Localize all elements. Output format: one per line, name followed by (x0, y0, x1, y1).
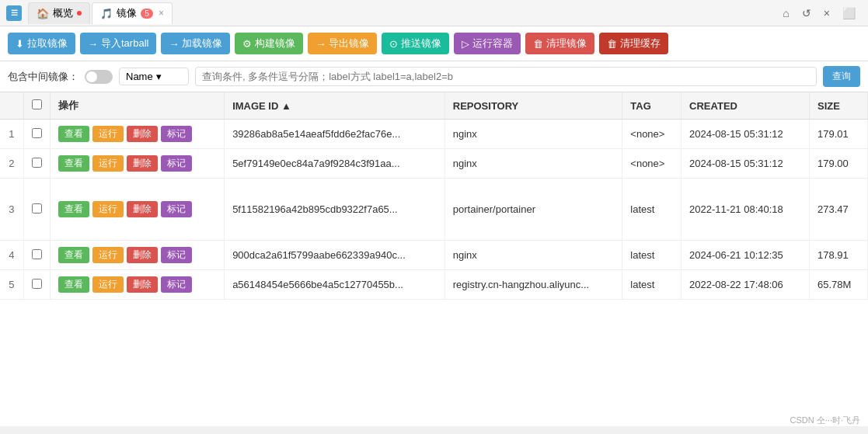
image-id-cell: 5ef79149e0ec84a7a9f9284c3f91aa... (225, 149, 445, 179)
table-row: 3查看运行删除标记5f11582196a42b895cdb9322f7a65..… (0, 179, 868, 241)
row-actions: 查看运行删除标记 (50, 149, 225, 179)
clean-cache-button[interactable]: 🗑 清理缓存 (599, 33, 668, 54)
col-actions: 操作 (50, 92, 225, 120)
overview-dot (77, 11, 82, 16)
view-button[interactable]: 查看 (58, 126, 89, 142)
chevron-down-icon: ▾ (156, 71, 162, 82)
col-tag: TAG (622, 92, 682, 120)
pull-button[interactable]: ⬇ 拉取镜像 (8, 33, 75, 54)
run-button[interactable]: 运行 (92, 201, 124, 217)
created-cell: 2024-06-21 10:12:35 (682, 241, 810, 270)
filter-select[interactable]: Name ▾ (119, 68, 189, 85)
col-repository: REPOSITORY (444, 92, 622, 120)
created-cell: 2024-08-15 05:31:12 (682, 149, 810, 179)
home-control[interactable]: ⌂ (779, 7, 792, 19)
col-image-id[interactable]: IMAGE ID ▲ (225, 92, 445, 120)
delete-button[interactable]: 删除 (127, 126, 158, 142)
watermark: CSDN 仝···时·飞丹 (790, 415, 860, 426)
toolbar: ⬇ 拉取镜像 → 导入tarball → 加载镜像 ⚙ 构建镜像 → 导出镜像 … (0, 26, 868, 61)
row-actions: 查看运行删除标记 (50, 241, 225, 270)
import-icon: → (88, 38, 98, 50)
table-row: 5查看运行删除标记a56148454e5666be4a5c12770455b..… (0, 270, 868, 300)
row-checkbox[interactable] (32, 203, 42, 214)
created-cell: 2024-08-15 05:31:12 (682, 120, 810, 149)
created-cell: 2022-08-22 17:48:06 (682, 270, 810, 300)
tab-images[interactable]: 🎵 镜像 5 × (92, 2, 173, 24)
row-checkbox[interactable] (32, 128, 42, 138)
delete-button[interactable]: 删除 (127, 276, 158, 293)
tag-button[interactable]: 标记 (161, 126, 192, 142)
run-container-button[interactable]: ▷ 运行容器 (454, 33, 521, 54)
view-button[interactable]: 查看 (58, 276, 89, 293)
tag-button[interactable]: 标记 (161, 155, 192, 172)
tab-images-label: 镜像 (117, 6, 137, 20)
row-checkbox[interactable] (32, 249, 42, 259)
app-logo: ☰ (6, 5, 22, 21)
tab-images-close[interactable]: × (159, 8, 164, 19)
delete-button[interactable]: 删除 (127, 155, 158, 172)
created-cell: 2022-11-21 08:40:18 (682, 179, 810, 241)
export-button[interactable]: → 导出镜像 (308, 33, 377, 54)
tab-overview-label: 概览 (53, 6, 73, 20)
row-actions: 查看运行删除标记 (50, 179, 225, 241)
repository-cell: portainer/portainer (444, 179, 622, 241)
view-button[interactable]: 查看 (58, 247, 89, 263)
row-number: 5 (0, 270, 23, 300)
run-button[interactable]: 运行 (92, 276, 124, 293)
search-input[interactable] (195, 67, 817, 86)
search-button[interactable]: 查询 (823, 66, 860, 87)
run-icon: ▷ (462, 38, 469, 50)
run-button[interactable]: 运行 (92, 247, 124, 263)
load-button[interactable]: → 加载镜像 (161, 33, 230, 54)
select-all-checkbox[interactable] (32, 99, 42, 109)
row-checkbox-cell[interactable] (23, 179, 50, 241)
table-body: 1查看运行删除标记39286ab8a5e14aeaf5fdd6e2fac76e.… (0, 120, 868, 300)
minimize-control[interactable]: ⬜ (839, 7, 859, 19)
title-bar: ☰ 🏠 概览 🎵 镜像 5 × ⌂ ↺ × ⬜ (0, 0, 868, 26)
delete-button[interactable]: 删除 (127, 201, 158, 217)
tab-overview-icon: 🏠 (37, 8, 49, 19)
tag-button[interactable]: 标记 (161, 247, 192, 263)
row-checkbox[interactable] (32, 158, 42, 168)
tag-button[interactable]: 标记 (161, 276, 192, 293)
row-number: 3 (0, 179, 23, 241)
clean-images-button[interactable]: 🗑 清理镜像 (525, 33, 594, 54)
row-checkbox-cell[interactable] (23, 241, 50, 270)
build-button[interactable]: ⚙ 构建镜像 (235, 33, 303, 54)
col-size: SIZE (810, 92, 868, 120)
repository-cell: nginx (444, 149, 622, 179)
intermediate-toggle[interactable] (85, 70, 113, 84)
import-tarball-button[interactable]: → 导入tarball (80, 33, 156, 54)
table-header-row: 操作 IMAGE ID ▲ REPOSITORY TAG CREATED SIZ… (0, 92, 868, 120)
row-actions: 查看运行删除标记 (50, 270, 225, 300)
tab-images-icon: 🎵 (100, 8, 113, 19)
run-button[interactable]: 运行 (92, 126, 124, 142)
size-cell: 178.91 (810, 241, 868, 270)
images-table-container: 操作 IMAGE ID ▲ REPOSITORY TAG CREATED SIZ… (0, 92, 868, 426)
image-id-cell: 39286ab8a5e14aeaf5fdd6e2fac76e... (225, 120, 445, 149)
row-number: 2 (0, 149, 23, 179)
size-cell: 179.01 (810, 120, 868, 149)
view-button[interactable]: 查看 (58, 155, 89, 172)
tab-overview[interactable]: 🏠 概览 (28, 2, 90, 24)
close-control[interactable]: × (821, 7, 833, 19)
tag-button[interactable]: 标记 (161, 201, 192, 217)
row-checkbox[interactable] (32, 279, 42, 289)
row-checkbox-cell[interactable] (23, 149, 50, 179)
row-checkbox-cell[interactable] (23, 120, 50, 149)
refresh-control[interactable]: ↺ (799, 7, 814, 19)
run-button[interactable]: 运行 (92, 155, 124, 172)
view-button[interactable]: 查看 (58, 201, 89, 217)
filter-select-label: Name (126, 71, 153, 82)
filter-label: 包含中间镜像： (8, 70, 78, 84)
tab-images-count: 5 (141, 9, 153, 19)
row-checkbox-cell[interactable] (23, 270, 50, 300)
row-number: 4 (0, 241, 23, 270)
col-checkbox[interactable] (23, 92, 50, 120)
load-icon: → (169, 38, 179, 50)
tag-cell: latest (622, 270, 682, 300)
tag-cell: <none> (622, 120, 682, 149)
push-button[interactable]: ⊙ 推送镜像 (382, 33, 449, 54)
delete-button[interactable]: 删除 (127, 247, 158, 263)
clean-images-icon: 🗑 (533, 38, 543, 50)
